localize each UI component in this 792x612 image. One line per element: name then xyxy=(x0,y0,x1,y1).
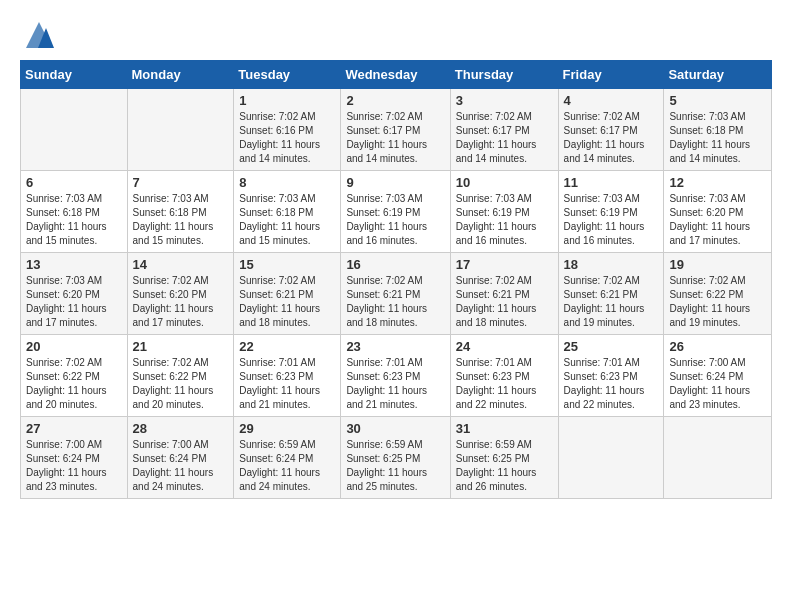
calendar-cell: 23Sunrise: 7:01 AMSunset: 6:23 PMDayligh… xyxy=(341,335,450,417)
day-info: Sunrise: 7:03 AMSunset: 6:18 PMDaylight:… xyxy=(239,192,335,248)
day-number: 4 xyxy=(564,93,659,108)
calendar-cell: 13Sunrise: 7:03 AMSunset: 6:20 PMDayligh… xyxy=(21,253,128,335)
day-info: Sunrise: 7:02 AMSunset: 6:21 PMDaylight:… xyxy=(564,274,659,330)
day-number: 15 xyxy=(239,257,335,272)
day-number: 28 xyxy=(133,421,229,436)
calendar-cell: 11Sunrise: 7:03 AMSunset: 6:19 PMDayligh… xyxy=(558,171,664,253)
day-number: 6 xyxy=(26,175,122,190)
day-info: Sunrise: 7:02 AMSunset: 6:21 PMDaylight:… xyxy=(239,274,335,330)
day-info: Sunrise: 7:03 AMSunset: 6:20 PMDaylight:… xyxy=(669,192,766,248)
day-number: 14 xyxy=(133,257,229,272)
day-info: Sunrise: 7:03 AMSunset: 6:18 PMDaylight:… xyxy=(669,110,766,166)
day-info: Sunrise: 7:00 AMSunset: 6:24 PMDaylight:… xyxy=(669,356,766,412)
calendar-cell: 16Sunrise: 7:02 AMSunset: 6:21 PMDayligh… xyxy=(341,253,450,335)
day-number: 2 xyxy=(346,93,444,108)
day-number: 1 xyxy=(239,93,335,108)
day-info: Sunrise: 7:01 AMSunset: 6:23 PMDaylight:… xyxy=(239,356,335,412)
calendar-cell xyxy=(21,89,128,171)
day-info: Sunrise: 7:02 AMSunset: 6:20 PMDaylight:… xyxy=(133,274,229,330)
day-number: 5 xyxy=(669,93,766,108)
day-info: Sunrise: 7:00 AMSunset: 6:24 PMDaylight:… xyxy=(133,438,229,494)
day-number: 26 xyxy=(669,339,766,354)
day-number: 18 xyxy=(564,257,659,272)
calendar-cell: 10Sunrise: 7:03 AMSunset: 6:19 PMDayligh… xyxy=(450,171,558,253)
calendar-cell: 17Sunrise: 7:02 AMSunset: 6:21 PMDayligh… xyxy=(450,253,558,335)
day-number: 13 xyxy=(26,257,122,272)
calendar-week-row: 20Sunrise: 7:02 AMSunset: 6:22 PMDayligh… xyxy=(21,335,772,417)
day-info: Sunrise: 7:00 AMSunset: 6:24 PMDaylight:… xyxy=(26,438,122,494)
day-info: Sunrise: 6:59 AMSunset: 6:24 PMDaylight:… xyxy=(239,438,335,494)
day-number: 29 xyxy=(239,421,335,436)
calendar-header-row: SundayMondayTuesdayWednesdayThursdayFrid… xyxy=(21,61,772,89)
day-number: 3 xyxy=(456,93,553,108)
calendar-cell: 25Sunrise: 7:01 AMSunset: 6:23 PMDayligh… xyxy=(558,335,664,417)
calendar-cell: 8Sunrise: 7:03 AMSunset: 6:18 PMDaylight… xyxy=(234,171,341,253)
calendar-week-row: 1Sunrise: 7:02 AMSunset: 6:16 PMDaylight… xyxy=(21,89,772,171)
calendar-cell: 29Sunrise: 6:59 AMSunset: 6:24 PMDayligh… xyxy=(234,417,341,499)
logo-icon xyxy=(24,20,54,50)
page-header xyxy=(20,20,772,50)
day-number: 16 xyxy=(346,257,444,272)
column-header-tuesday: Tuesday xyxy=(234,61,341,89)
calendar-cell: 22Sunrise: 7:01 AMSunset: 6:23 PMDayligh… xyxy=(234,335,341,417)
day-info: Sunrise: 7:02 AMSunset: 6:17 PMDaylight:… xyxy=(456,110,553,166)
calendar-cell: 21Sunrise: 7:02 AMSunset: 6:22 PMDayligh… xyxy=(127,335,234,417)
day-info: Sunrise: 7:02 AMSunset: 6:16 PMDaylight:… xyxy=(239,110,335,166)
day-number: 22 xyxy=(239,339,335,354)
logo xyxy=(20,20,54,50)
calendar-cell: 9Sunrise: 7:03 AMSunset: 6:19 PMDaylight… xyxy=(341,171,450,253)
calendar-cell: 12Sunrise: 7:03 AMSunset: 6:20 PMDayligh… xyxy=(664,171,772,253)
day-info: Sunrise: 7:03 AMSunset: 6:20 PMDaylight:… xyxy=(26,274,122,330)
calendar-cell: 3Sunrise: 7:02 AMSunset: 6:17 PMDaylight… xyxy=(450,89,558,171)
column-header-saturday: Saturday xyxy=(664,61,772,89)
day-number: 7 xyxy=(133,175,229,190)
day-number: 11 xyxy=(564,175,659,190)
day-info: Sunrise: 7:02 AMSunset: 6:21 PMDaylight:… xyxy=(346,274,444,330)
day-info: Sunrise: 7:02 AMSunset: 6:22 PMDaylight:… xyxy=(26,356,122,412)
day-number: 23 xyxy=(346,339,444,354)
column-header-sunday: Sunday xyxy=(21,61,128,89)
day-number: 12 xyxy=(669,175,766,190)
calendar-cell: 31Sunrise: 6:59 AMSunset: 6:25 PMDayligh… xyxy=(450,417,558,499)
day-number: 8 xyxy=(239,175,335,190)
calendar-cell xyxy=(127,89,234,171)
calendar-cell: 14Sunrise: 7:02 AMSunset: 6:20 PMDayligh… xyxy=(127,253,234,335)
column-header-wednesday: Wednesday xyxy=(341,61,450,89)
calendar-week-row: 27Sunrise: 7:00 AMSunset: 6:24 PMDayligh… xyxy=(21,417,772,499)
day-info: Sunrise: 7:03 AMSunset: 6:18 PMDaylight:… xyxy=(133,192,229,248)
day-number: 27 xyxy=(26,421,122,436)
calendar-cell: 19Sunrise: 7:02 AMSunset: 6:22 PMDayligh… xyxy=(664,253,772,335)
day-info: Sunrise: 7:03 AMSunset: 6:19 PMDaylight:… xyxy=(346,192,444,248)
day-number: 9 xyxy=(346,175,444,190)
calendar-cell: 2Sunrise: 7:02 AMSunset: 6:17 PMDaylight… xyxy=(341,89,450,171)
calendar-table: SundayMondayTuesdayWednesdayThursdayFrid… xyxy=(20,60,772,499)
day-number: 10 xyxy=(456,175,553,190)
calendar-cell: 1Sunrise: 7:02 AMSunset: 6:16 PMDaylight… xyxy=(234,89,341,171)
day-number: 31 xyxy=(456,421,553,436)
day-info: Sunrise: 7:01 AMSunset: 6:23 PMDaylight:… xyxy=(456,356,553,412)
calendar-cell: 27Sunrise: 7:00 AMSunset: 6:24 PMDayligh… xyxy=(21,417,128,499)
day-info: Sunrise: 7:03 AMSunset: 6:19 PMDaylight:… xyxy=(456,192,553,248)
day-number: 17 xyxy=(456,257,553,272)
day-info: Sunrise: 7:02 AMSunset: 6:17 PMDaylight:… xyxy=(564,110,659,166)
calendar-cell: 24Sunrise: 7:01 AMSunset: 6:23 PMDayligh… xyxy=(450,335,558,417)
day-number: 30 xyxy=(346,421,444,436)
column-header-friday: Friday xyxy=(558,61,664,89)
day-info: Sunrise: 7:03 AMSunset: 6:19 PMDaylight:… xyxy=(564,192,659,248)
day-info: Sunrise: 7:01 AMSunset: 6:23 PMDaylight:… xyxy=(346,356,444,412)
calendar-cell: 20Sunrise: 7:02 AMSunset: 6:22 PMDayligh… xyxy=(21,335,128,417)
day-number: 24 xyxy=(456,339,553,354)
day-info: Sunrise: 6:59 AMSunset: 6:25 PMDaylight:… xyxy=(346,438,444,494)
calendar-cell: 26Sunrise: 7:00 AMSunset: 6:24 PMDayligh… xyxy=(664,335,772,417)
day-number: 25 xyxy=(564,339,659,354)
calendar-cell: 6Sunrise: 7:03 AMSunset: 6:18 PMDaylight… xyxy=(21,171,128,253)
day-number: 21 xyxy=(133,339,229,354)
calendar-week-row: 13Sunrise: 7:03 AMSunset: 6:20 PMDayligh… xyxy=(21,253,772,335)
calendar-cell: 18Sunrise: 7:02 AMSunset: 6:21 PMDayligh… xyxy=(558,253,664,335)
calendar-week-row: 6Sunrise: 7:03 AMSunset: 6:18 PMDaylight… xyxy=(21,171,772,253)
calendar-cell: 15Sunrise: 7:02 AMSunset: 6:21 PMDayligh… xyxy=(234,253,341,335)
column-header-monday: Monday xyxy=(127,61,234,89)
calendar-cell xyxy=(558,417,664,499)
calendar-cell: 4Sunrise: 7:02 AMSunset: 6:17 PMDaylight… xyxy=(558,89,664,171)
column-header-thursday: Thursday xyxy=(450,61,558,89)
